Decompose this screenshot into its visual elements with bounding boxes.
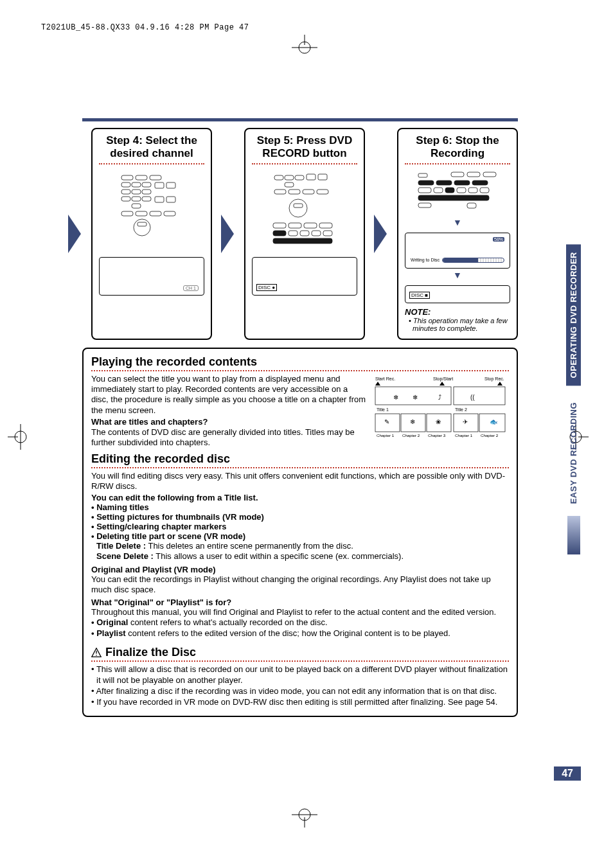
svg-rect-52 [304, 223, 317, 228]
dotted-divider [99, 163, 204, 164]
svg-rect-30 [166, 197, 175, 202]
svg-rect-44 [274, 190, 286, 194]
bullet-item: • After finalizing a disc if the recordi… [91, 686, 509, 697]
side-tab-tail [567, 516, 580, 554]
svg-marker-12 [68, 215, 81, 253]
playing-heading: Playing the recorded contents [91, 355, 509, 369]
tv-screen-step5: DISC ● [252, 257, 357, 296]
svg-rect-55 [289, 231, 298, 236]
svg-rect-27 [155, 182, 164, 188]
svg-text:❄: ❄ [393, 394, 398, 401]
step-6-box: Step 6: Stop the Recording ▼ [397, 128, 518, 340]
bullet-item: • Original content refers to what's actu… [91, 617, 509, 628]
editing-subhead: You can edit the following from a Title … [91, 493, 509, 502]
diagram-label: Start Rec. [375, 376, 395, 381]
tv-screen-step4: CH 1 [99, 257, 204, 296]
svg-rect-65 [418, 181, 434, 185]
editing-subhead: Original and Playlist (VR mode) [91, 565, 509, 574]
svg-rect-64 [483, 172, 496, 177]
svg-point-48 [289, 199, 307, 217]
warning-icon [91, 648, 102, 658]
note-heading: NOTE: [405, 307, 510, 317]
svg-rect-71 [445, 188, 454, 193]
progress-percent: 58% [493, 237, 504, 242]
svg-rect-74 [480, 188, 489, 193]
svg-rect-34 [164, 211, 175, 216]
svg-rect-76 [467, 203, 476, 208]
svg-marker-37 [221, 215, 234, 253]
crop-mark-top [292, 35, 317, 60]
editing-paragraph: Throughout this manual, you will find Or… [91, 607, 509, 617]
svg-text:❄: ❄ [413, 394, 418, 401]
down-arrow-icon: ▼ [405, 217, 510, 227]
svg-rect-40 [295, 175, 304, 180]
progress-label: Writing to Disc [411, 258, 440, 262]
svg-text:((: (( [470, 394, 475, 401]
step-5-box: Step 5: Press DVD RECORD button [244, 128, 365, 340]
step-4-box: Step 4: Select the desired channel [91, 128, 212, 340]
svg-rect-69 [418, 188, 431, 193]
svg-rect-23 [121, 197, 130, 201]
svg-rect-33 [150, 211, 161, 216]
svg-rect-36 [138, 222, 147, 226]
channel-osd: CH 1 [183, 285, 199, 291]
svg-rect-75 [418, 195, 489, 200]
editing-heading: Editing the recorded disc [91, 452, 509, 466]
svg-rect-59 [273, 238, 332, 244]
page-number: 47 [554, 766, 581, 781]
svg-rect-63 [467, 172, 480, 177]
svg-text:❀: ❀ [436, 418, 441, 425]
disc-stop-osd: DISC ■ [409, 292, 430, 299]
dotted-divider [91, 370, 509, 371]
step-arrow-icon [374, 128, 388, 340]
bullet-item: • Naming titles [91, 502, 509, 512]
step-arrow-icon [221, 128, 235, 340]
svg-rect-68 [472, 181, 488, 185]
finalize-heading: Finalize the Disc [91, 646, 509, 659]
svg-rect-70 [434, 188, 443, 193]
playing-subhead: What are titles and chapters? [91, 417, 366, 427]
editing-subhead: What "Original" or "Playlist" is for? [91, 598, 509, 607]
svg-text:❄: ❄ [410, 418, 415, 425]
svg-marker-78 [375, 382, 380, 385]
progress-bar [442, 258, 504, 263]
svg-rect-67 [454, 181, 470, 185]
crop-mark-left [8, 424, 33, 450]
steps-row: Step 4: Select the desired channel [82, 128, 518, 340]
dotted-divider [91, 660, 509, 662]
diagram-label: Chapter 2 [481, 433, 499, 438]
side-tab-secondary: EASY DVD RECORDING [566, 394, 581, 511]
svg-rect-43 [285, 182, 294, 187]
bullet-item: • Deleting title part or scene (VR mode) [91, 531, 509, 541]
svg-rect-21 [132, 190, 141, 194]
svg-rect-66 [436, 181, 452, 185]
svg-rect-73 [468, 188, 477, 193]
svg-rect-26 [132, 204, 141, 208]
svg-rect-31 [121, 211, 133, 216]
svg-rect-19 [142, 182, 151, 187]
svg-rect-47 [317, 190, 328, 194]
svg-text:🐟: 🐟 [490, 418, 498, 426]
svg-rect-46 [303, 190, 314, 194]
step-arrow-icon [68, 128, 82, 340]
svg-text:⤴: ⤴ [438, 394, 441, 401]
tv-screen-step6: DISC ■ [405, 285, 510, 303]
dotted-divider [91, 467, 509, 468]
bullet-item: • Playlist content refers to the edited … [91, 628, 509, 639]
playing-paragraph: You can select the title you want to pla… [91, 374, 366, 416]
svg-rect-42 [318, 174, 327, 180]
playing-paragraph: The contents of DVD disc are generally d… [91, 427, 366, 448]
svg-rect-50 [273, 223, 286, 228]
svg-rect-38 [274, 175, 283, 180]
disc-rec-osd: DISC ● [256, 284, 277, 291]
diagram-label: Title 2 [455, 407, 467, 412]
page-top-bar [82, 118, 518, 121]
svg-rect-39 [285, 175, 294, 180]
svg-rect-32 [136, 211, 147, 216]
title-chapter-diagram: Start Rec. Stop/Start Stop Rec. ❄ ❄ ⤴ ((… [374, 374, 509, 448]
svg-rect-16 [150, 175, 161, 180]
definition-line: Scene Delete : This allows a user to edi… [91, 551, 509, 562]
editing-paragraph: You can edit the recordings in Playlist … [91, 574, 509, 596]
svg-text:✎: ✎ [384, 418, 389, 425]
step-4-title: Step 4: Select the desired channel [99, 134, 204, 161]
